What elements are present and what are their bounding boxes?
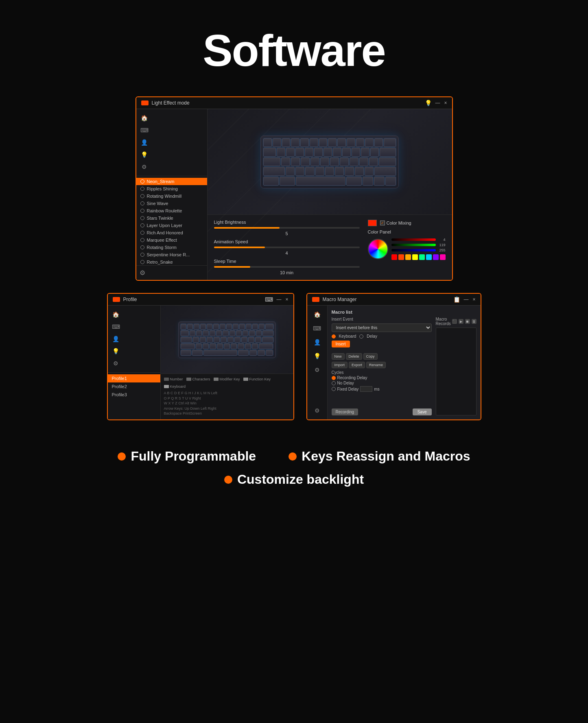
close-button[interactable]: × [472, 297, 475, 302]
sleep-slider[interactable] [214, 266, 360, 268]
effect-item-ripples[interactable]: Ripples Shining [136, 185, 207, 192]
import-button[interactable]: Import [332, 362, 348, 368]
new-button[interactable]: New [332, 353, 345, 360]
keyboard-icon[interactable]: ⌨ [139, 125, 150, 136]
swatch-purple[interactable] [433, 254, 439, 260]
effect-item-layer[interactable]: Layer Upon Layer [136, 222, 207, 229]
minimize-button[interactable]: — [276, 297, 281, 302]
minimize-button[interactable]: — [463, 297, 468, 302]
macro-list-title: Macro list [332, 310, 477, 315]
app-logo [312, 297, 319, 302]
blue-slider[interactable] [391, 249, 436, 251]
key [193, 337, 199, 343]
home-icon[interactable]: 🏠 [311, 309, 323, 320]
effect-item-rich[interactable]: Rich And Honored [136, 229, 207, 236]
copy-button[interactable]: Copy [363, 353, 378, 360]
effect-item-retro[interactable]: Retro_Snake [136, 258, 207, 265]
profile-item-1[interactable]: Profile1 [108, 374, 160, 382]
key [328, 138, 337, 147]
color-wheel[interactable] [368, 239, 388, 259]
effect-item-serpentine[interactable]: Serpentine Horse R... [136, 251, 207, 258]
swatch-pink[interactable] [440, 254, 446, 260]
animation-slider[interactable] [214, 247, 360, 248]
macro-body: 🏠 ⌨ 👤 💡 ⚙ ⚙ Macro list Insert Event Ins [307, 306, 481, 419]
color-panel-label: Color Panel [368, 229, 446, 234]
gear-icon[interactable]: ⚙ [311, 364, 323, 376]
gear-icon[interactable]: ⚙ [110, 358, 122, 369]
effect-item-rainbow[interactable]: Rainbow Roulette [136, 207, 207, 214]
swatch-yellow[interactable] [412, 254, 418, 260]
delay-radio[interactable] [359, 334, 363, 339]
swatch-green[interactable] [419, 254, 425, 260]
no-delay-radio[interactable] [332, 381, 336, 385]
profile-item-2[interactable]: Profile2 [108, 382, 160, 391]
insert-button[interactable]: Insert [332, 341, 350, 347]
legend-label: Number [170, 377, 183, 381]
minimize-button[interactable]: — [435, 100, 440, 106]
profile-icon[interactable]: 👤 [139, 137, 150, 148]
swatch-cyan[interactable] [426, 254, 432, 260]
close-button[interactable]: × [285, 297, 288, 302]
effect-item-neon-stream[interactable]: Neon_Stream [136, 178, 207, 185]
close-button[interactable]: × [444, 100, 447, 106]
mr-icon-3[interactable]: ⏹ [465, 319, 470, 324]
key [243, 330, 248, 336]
profile-nav-icon[interactable]: 👤 [110, 333, 122, 345]
keyboard-icon[interactable]: ⌨ [110, 321, 122, 332]
fixed-delay-radio[interactable] [332, 387, 336, 391]
key [252, 343, 258, 349]
profile-item-3[interactable]: Profile3 [108, 391, 160, 399]
macro-right: Macro Records ⬛ ▶ ⏹ 🗑 [436, 317, 477, 415]
mr-icon-2[interactable]: ▶ [459, 319, 463, 324]
rename-button[interactable]: Rename [366, 362, 386, 368]
delete-button[interactable]: Delete [346, 353, 362, 360]
light-icon[interactable]: 💡 [139, 149, 150, 160]
home-icon[interactable]: 🏠 [110, 309, 122, 320]
color-mixing-checkbox[interactable]: ✓ [380, 221, 385, 225]
effect-item-storm[interactable]: Rotating Storm [136, 244, 207, 251]
save-button[interactable]: Save [413, 408, 432, 415]
gear-icon[interactable]: ⚙ [139, 161, 150, 173]
swatch-red[interactable] [391, 254, 397, 260]
light-icon[interactable]: 💡 [311, 350, 323, 362]
feature-text: Keys Reassign and Macros [302, 449, 470, 464]
settings-icon[interactable]: ⚙ [140, 269, 145, 276]
legend-color [164, 385, 169, 388]
light-icon[interactable]: 💡 [110, 345, 122, 357]
swatch-yellow-orange[interactable] [405, 254, 411, 260]
cycle-no-delay: No Delay [332, 381, 432, 385]
feature-macros: Keys Reassign and Macros [289, 449, 470, 464]
mr-icon-1[interactable]: ⬛ [452, 319, 457, 324]
key [379, 157, 396, 166]
profile-icon[interactable]: 👤 [311, 336, 323, 348]
green-slider[interactable] [391, 244, 436, 246]
features-row-1: Fully Programmable Keys Reassign and Mac… [118, 449, 470, 464]
export-button[interactable]: Export [349, 362, 365, 368]
insert-event-select[interactable]: Insert event before this [332, 323, 432, 332]
keyboard-icon[interactable]: ⌨ [311, 323, 323, 334]
mr-icon-4[interactable]: 🗑 [472, 319, 477, 324]
record-button[interactable]: Recording [332, 408, 358, 415]
feature-programmable: Fully Programmable [118, 449, 256, 464]
key [217, 343, 223, 349]
effect-item-sine[interactable]: Sine Wave [136, 200, 207, 207]
key [265, 324, 273, 330]
key [259, 324, 264, 330]
fixed-delay-input[interactable] [360, 386, 372, 392]
effect-label: Serpentine Horse R... [147, 252, 190, 257]
effect-item-stars[interactable]: Stars Twinkle [136, 214, 207, 222]
red-slider[interactable] [391, 238, 436, 241]
sleep-value: 10 min [214, 270, 360, 275]
settings-bottom-icon[interactable]: ⚙ [311, 405, 323, 416]
window-titlebar: Light Effect mode 💡 — × [136, 97, 452, 109]
brightness-slider[interactable] [214, 227, 360, 229]
keyboard-radio[interactable] [332, 334, 336, 339]
recording-delay-radio[interactable] [332, 376, 336, 380]
effect-item-marquee[interactable]: Marquee Effect [136, 236, 207, 244]
home-icon[interactable]: 🏠 [139, 112, 150, 124]
kb-row [181, 324, 273, 330]
color-swatch[interactable] [368, 220, 377, 226]
effect-item-windmill[interactable]: Rotating Windmill [136, 192, 207, 200]
key [325, 167, 334, 176]
swatch-orange[interactable] [398, 254, 404, 260]
